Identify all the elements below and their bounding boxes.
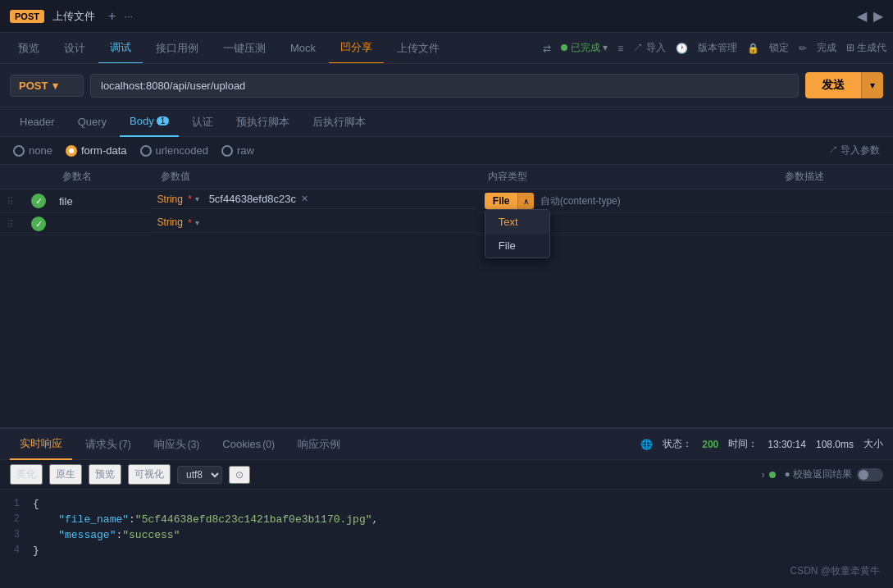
subtab-auth[interactable]: 认证 <box>182 107 223 137</box>
body-type-raw[interactable]: raw <box>221 144 254 157</box>
response-tab-response-header[interactable]: 响应头 (3) <box>144 429 210 460</box>
nav-forward-button[interactable]: ▶ <box>873 8 883 24</box>
more-options-button[interactable]: ··· <box>124 10 133 22</box>
format-beautify[interactable]: 美化 <box>10 464 43 485</box>
list-icon[interactable]: ≡ <box>617 43 623 54</box>
duration-value: 108.0ms <box>816 439 854 450</box>
nav-back-button[interactable]: ◀ <box>857 8 867 24</box>
cookies-badge: (0) <box>262 439 275 450</box>
dropdown-item-file[interactable]: File <box>485 234 549 258</box>
row1-desc[interactable] <box>775 189 893 213</box>
generate-code-button[interactable]: ⊞ 生成代 <box>846 41 886 55</box>
lock-icon: 🔒 <box>747 43 759 54</box>
window-title: 上传文件 <box>52 9 95 24</box>
tab-debug[interactable]: 调试 <box>98 33 143 64</box>
json-line-1: 1 { <box>0 496 893 512</box>
validate-toggle-area: › ● 校验返回结果 <box>761 467 883 481</box>
watermark: CSDN @牧童牵黄牛 <box>790 564 880 578</box>
type-chevron-icon[interactable]: ▾ <box>195 194 199 203</box>
col-param-name: 参数名 <box>52 165 151 189</box>
url-input[interactable] <box>90 74 799 98</box>
body-type-row: none form-data urlencoded raw ↗ 导入参数 <box>0 137 893 165</box>
lock-button[interactable]: 锁定 <box>769 41 789 55</box>
tab-preview[interactable]: 预览 <box>7 33 51 64</box>
col-content-type: 内容类型 <box>478 165 776 189</box>
response-tab-cookies[interactable]: Cookies (0) <box>212 429 285 460</box>
req-header-badge: (7) <box>119 439 131 450</box>
format-visualize[interactable]: 可视化 <box>128 464 171 485</box>
type-chevron2-icon[interactable]: ▾ <box>195 218 199 227</box>
drag-handle[interactable]: ⠿ <box>0 189 25 213</box>
add-tab-button[interactable]: + <box>108 9 116 24</box>
tab-test-case[interactable]: 接口用例 <box>144 33 210 64</box>
body-type-none[interactable]: none <box>13 144 52 157</box>
radio-formdata-circle <box>66 145 77 157</box>
validate-toggle-switch[interactable] <box>857 468 883 481</box>
json-viewer: 1 { 2 "file_name" : "5cf44638efd8c23c142… <box>0 490 893 588</box>
tab-mock[interactable]: Mock <box>279 33 327 64</box>
check-circle2: ✓ <box>31 217 46 231</box>
validate-label: ● 校验返回结果 <box>784 467 852 481</box>
sync-icon[interactable]: ⇄ <box>543 43 551 54</box>
dropdown-item-text[interactable]: Text <box>485 210 549 234</box>
format-preview[interactable]: 预览 <box>89 464 121 485</box>
send-chevron-button[interactable]: ▾ <box>861 72 883 98</box>
subtab-post-script[interactable]: 后执行脚本 <box>303 107 376 137</box>
tab-stress-test[interactable]: 一键压测 <box>212 33 277 64</box>
method-select[interactable]: POST ▾ <box>10 75 84 97</box>
format-bar: 美化 原生 预览 可视化 utf8 gbk ⊙ › ● 校验返回结果 <box>0 460 893 490</box>
body-badge: 1 <box>157 116 170 125</box>
status-dot <box>561 44 567 51</box>
body-type-formdata[interactable]: form-data <box>66 144 127 157</box>
tab-share[interactable]: 凹分享 <box>329 33 384 64</box>
encoding-select[interactable]: utf8 gbk <box>177 466 222 484</box>
json-line-2: 2 "file_name" : "5cf44638efd8c23c1421baf… <box>0 512 893 527</box>
import-params-button[interactable]: ↗ 导入参数 <box>828 144 880 157</box>
file-btn-group: File ∧ Text File <box>485 193 535 209</box>
body-type-urlencoded[interactable]: urlencoded <box>140 144 208 157</box>
row1-check[interactable]: ✓ <box>25 189 52 213</box>
response-panel: 实时响应 请求头 (7) 响应头 (3) Cookies (0) 响应示例 🌐 … <box>0 427 893 588</box>
tab-upload[interactable]: 上传文件 <box>385 33 451 64</box>
send-button[interactable]: 发送 <box>805 72 861 98</box>
file-type-chevron[interactable]: ∧ <box>517 193 534 209</box>
status-code: 200 <box>702 439 718 450</box>
file-type-button[interactable]: File <box>485 193 518 209</box>
row2-desc[interactable] <box>775 213 893 235</box>
col-check <box>25 165 52 189</box>
globe-icon: 🌐 <box>640 439 653 450</box>
radio-raw-circle <box>221 145 233 157</box>
subtab-header[interactable]: Header <box>10 107 65 137</box>
json-line-4: 4 } <box>0 543 893 558</box>
row1-name[interactable]: file <box>52 189 151 213</box>
response-tab-request-header[interactable]: 请求头 (7) <box>75 429 141 460</box>
row2-name[interactable] <box>52 213 151 235</box>
drag-handle2[interactable]: ⠿ <box>0 213 25 235</box>
arrow-button[interactable]: › <box>761 469 764 481</box>
row1-type-value: String * ▾ 5cf44638efd8c23c ✕ <box>151 189 478 209</box>
subtab-query[interactable]: Query <box>68 107 116 137</box>
copy-button[interactable]: ⊙ <box>229 466 250 484</box>
import-button[interactable]: ↗ 导入 <box>633 41 665 55</box>
format-raw[interactable]: 原生 <box>49 464 82 485</box>
toggle-dot <box>859 470 868 480</box>
response-tab-example[interactable]: 响应示例 <box>288 429 350 460</box>
main-tab-bar: 预览 设计 调试 接口用例 一键压测 Mock 凹分享 上传文件 ⇄ 已完成 ▾… <box>0 33 893 64</box>
tab-design[interactable]: 设计 <box>52 33 97 64</box>
send-group: 发送 ▾ <box>805 72 883 98</box>
response-meta: 🌐 状态： 200 时间： 13:30:14 108.0ms 大小 <box>640 437 883 451</box>
table-row: ⠿ ✓ String * ▾ (content-type) <box>0 213 893 235</box>
row1-content-type: File ∧ Text File 自动(content-type) <box>478 189 776 213</box>
clear-value-button[interactable]: ✕ <box>301 194 308 204</box>
table-row: ⠿ ✓ file String * ▾ 5cf44638efd8c23c <box>0 189 893 213</box>
done-button[interactable]: 完成 <box>817 41 836 55</box>
validate-dot <box>769 472 776 478</box>
col-description: 参数描述 <box>775 165 893 189</box>
response-tab-realtime[interactable]: 实时响应 <box>10 429 72 460</box>
chevron-down-icon[interactable]: ▾ <box>603 42 608 53</box>
subtab-pre-script[interactable]: 预执行脚本 <box>226 107 299 137</box>
subtab-body[interactable]: Body 1 <box>120 107 179 137</box>
version-manage-button[interactable]: 版本管理 <box>698 41 737 55</box>
row2-check[interactable]: ✓ <box>25 213 52 235</box>
method-label: POST <box>19 80 48 92</box>
